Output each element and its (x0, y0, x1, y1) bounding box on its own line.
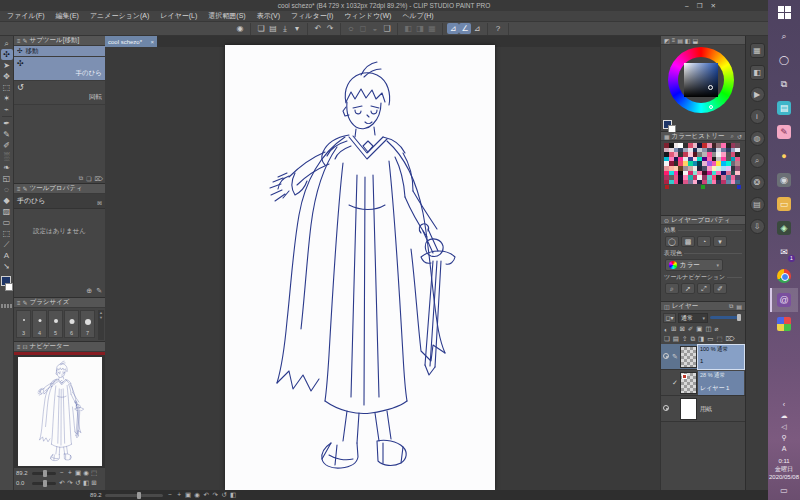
item-bank-icon[interactable]: ◍ (750, 131, 765, 146)
layer-search-tab-icon[interactable]: ⧉ (729, 303, 733, 310)
hue-marker[interactable] (709, 105, 713, 109)
auto-action-icon[interactable]: ▶ (750, 87, 765, 102)
line-correct-tool[interactable]: ➘ (1, 261, 13, 272)
rotate-left-icon[interactable]: ↶ (58, 479, 66, 487)
menu-item-1[interactable]: 編集(E) (56, 11, 79, 21)
close-tab-icon[interactable]: × (150, 39, 154, 45)
zoom-out-icon[interactable]: − (166, 491, 175, 499)
snap-ruler-icon[interactable]: ⊿ (447, 23, 459, 34)
status-zoom-slider[interactable] (105, 494, 163, 497)
tool-property-header[interactable]: ≡ ✎ ツールプロパティ (14, 184, 105, 194)
panel-menu-icon[interactable]: ≡ (17, 186, 21, 192)
lock-icon[interactable]: ⊠ (97, 199, 102, 206)
auto-select-tool[interactable]: ✶ (1, 93, 13, 104)
info-icon[interactable]: i (750, 109, 765, 124)
clip-studio-icon[interactable]: ✎ (770, 120, 798, 144)
delete-subtool-icon[interactable]: ⌦ (95, 175, 103, 182)
brush-size-scrollbar[interactable]: ▲▼ (98, 310, 104, 340)
editing-pencil-icon[interactable]: ✎ (671, 353, 679, 361)
layer-row-0[interactable]: ✎100 % 通常1 (661, 344, 745, 370)
taskbar-clock[interactable]: 0:11 金曜日 2020/05/08 (769, 457, 799, 481)
navigator-thumbnail[interactable] (18, 357, 102, 466)
deselect-icon[interactable]: ◌ (345, 23, 357, 34)
tray-chevron-icon[interactable]: ‹ (783, 399, 785, 410)
subtool-panel-header[interactable]: ≡ ✎ サブツール[移動] (14, 36, 105, 46)
coin-app-icon[interactable]: ● (770, 144, 798, 168)
menu-item-6[interactable]: フィルター(I) (291, 11, 333, 21)
navigator-header[interactable]: ≡ ⊡ ナビゲーター (14, 342, 105, 352)
eraser-tool[interactable]: ◱ (1, 173, 13, 184)
material-property-icon[interactable]: ◧ (750, 65, 765, 80)
panel-menu-icon[interactable]: ≡ (17, 344, 21, 350)
toolnav-select-icon[interactable]: ➚ (681, 283, 695, 294)
hand-tool[interactable]: ✣ (1, 49, 13, 60)
fit-icon[interactable]: ▣ (184, 491, 193, 499)
save-icon[interactable]: ⤓ (279, 23, 291, 34)
saturation-value-square[interactable] (684, 63, 718, 97)
navigator-rotate-slider[interactable] (32, 482, 56, 485)
create-mask-icon[interactable]: ◨ (698, 335, 704, 343)
border-effect-icon[interactable]: ◯ (665, 236, 679, 247)
color-swatch-widget[interactable] (0, 276, 14, 298)
effect-dropdown-icon[interactable]: ▾ (713, 236, 727, 247)
zoom-tool[interactable]: ⌕ (1, 38, 13, 49)
grid-icon[interactable]: ▦ (426, 23, 438, 34)
selection-tool[interactable]: ⬚ (1, 82, 13, 93)
menu-item-7[interactable]: ウィンドウ(W) (344, 11, 391, 21)
ime-indicator[interactable]: A (782, 443, 787, 454)
sv-marker[interactable] (708, 85, 713, 90)
apply-mask-icon[interactable]: ▭ (707, 335, 713, 343)
blend-mode-dropdown[interactable]: 通常▾ (678, 313, 708, 323)
menu-item-0[interactable]: ファイル(F) (7, 11, 45, 21)
default-color-dot[interactable] (665, 185, 669, 189)
subtool-group-move[interactable]: ✣ 移動 (14, 46, 105, 57)
brush-size-preset[interactable]: 6 (64, 310, 79, 338)
gray-app-icon[interactable]: ◉ (770, 168, 798, 192)
reset-rotate-icon[interactable]: ↺ (74, 479, 82, 487)
color-set-tab-icon[interactable]: ▤ (677, 37, 683, 44)
layer-thumbnail[interactable] (680, 398, 697, 420)
zoom-out-icon[interactable]: − (58, 469, 66, 477)
start-icon[interactable] (770, 0, 798, 24)
paint-app-icon[interactable]: @ (770, 288, 798, 312)
layer-list-tab-icon[interactable]: ▤ (736, 303, 742, 310)
material-download-icon[interactable]: ⇩ (750, 219, 765, 234)
fill-tool[interactable]: ◆ (1, 195, 13, 206)
navigator-zoom-slider[interactable] (32, 472, 56, 475)
help-icon[interactable]: ? (492, 23, 504, 34)
decoration-tool[interactable]: ❧ (1, 162, 13, 173)
mail-icon[interactable]: ✉1 (770, 240, 798, 264)
document-tab[interactable]: cool schezo* × (105, 36, 157, 47)
close-button[interactable]: ✕ (711, 0, 716, 11)
onedrive-icon[interactable]: ☁ (781, 410, 788, 421)
gradient-tool[interactable]: ▨ (1, 206, 13, 217)
frame-border-tool[interactable]: ⬚ (1, 228, 13, 239)
minimize-button[interactable]: – (685, 0, 689, 11)
layer-row-2[interactable]: 用紙 (661, 396, 745, 422)
flip-view-icon[interactable]: ◨ (414, 23, 426, 34)
full-view-icon[interactable]: ⬚ (90, 469, 98, 477)
volume-icon[interactable]: ◁ (781, 421, 786, 432)
canvas-page[interactable] (225, 45, 495, 490)
zoom-in-icon[interactable]: + (66, 469, 74, 477)
tone-effect-icon[interactable]: ▩ (681, 236, 695, 247)
menu-item-8[interactable]: ヘルプ(H) (402, 11, 433, 21)
reset-icon[interactable]: ↺ (220, 491, 229, 499)
lock-layer-icon[interactable]: ⊠ (679, 325, 684, 333)
lock-alpha-icon[interactable]: ✐ (688, 325, 693, 333)
green-app-icon[interactable]: ◈ (770, 216, 798, 240)
layer-opacity-slider[interactable] (710, 316, 741, 319)
panel-menu-icon[interactable]: ≡ (17, 38, 21, 44)
search-icon[interactable]: ⌕ (731, 133, 734, 140)
transfer-icon[interactable]: ◐ (664, 326, 668, 333)
save-dropdown-icon[interactable]: ▾ (291, 23, 303, 34)
blend-tool[interactable]: ◌ (1, 184, 13, 195)
rotate-right-icon[interactable]: ↷ (66, 479, 74, 487)
menu-item-3[interactable]: レイヤー(L) (160, 11, 197, 21)
fit-view-icon[interactable]: ▣ (74, 469, 82, 477)
undo-icon[interactable]: ↶ (312, 23, 324, 34)
snap-grid-icon[interactable]: ⊿ (471, 23, 483, 34)
new-layer-icon[interactable]: ❏ (664, 335, 670, 343)
subtool-item-0[interactable]: ✣手のひら (14, 57, 105, 81)
menu-item-5[interactable]: 表示(V) (257, 11, 280, 21)
